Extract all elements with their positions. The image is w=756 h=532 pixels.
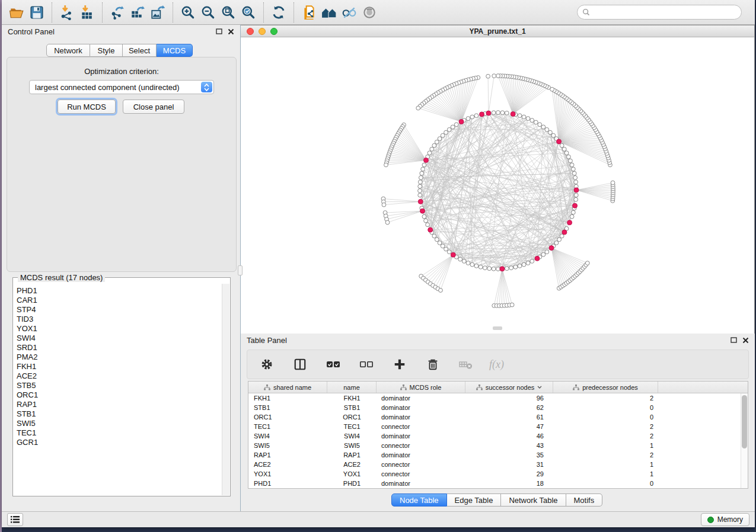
graph-node[interactable] [509, 266, 513, 270]
add-icon[interactable] [390, 355, 410, 373]
graph-node[interactable] [422, 214, 426, 219]
table-row[interactable]: PHD1PHD1dominator180 [248, 479, 748, 488]
zoom-out-icon[interactable] [198, 4, 218, 21]
memory-button[interactable]: Memory [701, 513, 749, 526]
mcds-result-item[interactable]: STB5 [17, 381, 222, 390]
tab-edge-table[interactable]: Edge Table [447, 493, 502, 507]
graph-node[interactable] [574, 197, 578, 201]
graph-node[interactable] [466, 261, 470, 265]
graph-node[interactable] [518, 264, 522, 268]
zoom-selected-icon[interactable] [238, 4, 259, 21]
graph-node[interactable] [420, 209, 425, 213]
table-row[interactable]: STB1STB1dominator620 [248, 403, 748, 412]
graph-node[interactable] [438, 137, 442, 141]
graph-node[interactable] [382, 203, 386, 207]
column-header-successor-nodes[interactable]: successor nodes [465, 382, 553, 393]
tab-mcds[interactable]: MCDS [157, 44, 193, 57]
graph-node[interactable] [545, 250, 549, 254]
graph-node[interactable] [418, 184, 422, 188]
graph-node[interactable] [438, 241, 442, 245]
gear-icon[interactable] [257, 355, 277, 373]
tab-node-table[interactable]: Node Table [391, 493, 447, 507]
table-row[interactable]: RAP1RAP1dominator352 [248, 450, 748, 460]
hide-details-icon[interactable] [339, 4, 359, 21]
graph-node[interactable] [570, 214, 574, 219]
graph-node[interactable] [439, 289, 443, 293]
graph-node[interactable] [422, 163, 426, 167]
graph-node[interactable] [560, 143, 564, 148]
graph-node[interactable] [541, 125, 546, 129]
graph-node[interactable] [496, 111, 500, 115]
graph-node[interactable] [444, 247, 448, 251]
mcds-result-item[interactable]: STB1 [17, 409, 222, 419]
graph-node[interactable] [416, 106, 420, 110]
export-network-icon[interactable] [107, 4, 127, 21]
graph-node[interactable] [470, 262, 474, 267]
graph-node[interactable] [447, 250, 451, 254]
minimize-window-icon[interactable] [259, 28, 266, 35]
graph-node[interactable] [479, 265, 483, 269]
graph-node[interactable] [611, 181, 615, 185]
mcds-result-item[interactable]: GCR1 [17, 438, 222, 447]
graph-node[interactable] [551, 133, 556, 137]
select-all-icon[interactable] [323, 355, 343, 373]
graph-node[interactable] [574, 180, 578, 184]
graph-node[interactable] [505, 267, 509, 271]
graph-node[interactable] [492, 267, 496, 271]
graph-node[interactable] [454, 123, 458, 127]
open-folder-icon[interactable] [7, 4, 27, 21]
graph-node[interactable] [430, 147, 434, 151]
mcds-result-item[interactable]: PMA2 [17, 352, 222, 362]
mcds-result-item[interactable]: PHD1 [17, 286, 222, 296]
graph-node[interactable] [574, 193, 578, 197]
mcds-result-item[interactable]: CAR1 [17, 296, 222, 305]
graph-node[interactable] [557, 238, 562, 242]
tab-network-table[interactable]: Network Table [501, 493, 566, 507]
graph-node[interactable] [384, 163, 388, 167]
maximize-window-icon[interactable] [270, 28, 277, 35]
float-panel-icon[interactable] [216, 28, 222, 35]
table-row[interactable]: ACE2ACE2connector311 [248, 460, 748, 469]
import-table-icon[interactable] [77, 4, 97, 21]
splitter-grip-icon[interactable] [493, 326, 502, 330]
mcds-result-item[interactable]: TID3 [17, 315, 222, 324]
graph-node[interactable] [441, 244, 445, 248]
graph-node[interactable] [518, 114, 522, 118]
mcds-list-scrollbar[interactable] [222, 284, 229, 495]
graph-node[interactable] [534, 120, 538, 124]
graph-node[interactable] [573, 203, 578, 208]
graph-node[interactable] [459, 119, 464, 124]
deselect-all-icon[interactable] [356, 355, 377, 373]
graph-node[interactable] [385, 220, 390, 225]
graph-node[interactable] [496, 74, 500, 78]
column-header-mcds-role[interactable]: MCDS role [377, 382, 465, 393]
graph-node[interactable] [500, 111, 505, 115]
export-table-icon[interactable] [127, 4, 148, 21]
column-header-name[interactable]: name [327, 382, 377, 393]
search-field[interactable] [593, 8, 736, 17]
graph-node[interactable] [500, 267, 505, 271]
graph-node[interactable] [541, 252, 546, 257]
graph-node[interactable] [418, 180, 422, 184]
graph-node[interactable] [557, 139, 562, 144]
run-mcds-button[interactable]: Run MCDS [58, 100, 116, 114]
graph-node[interactable] [451, 125, 455, 129]
tab-style[interactable]: Style [90, 44, 123, 57]
table-row[interactable]: YOX1YOX1connector291 [248, 469, 748, 479]
graph-node[interactable] [548, 130, 553, 134]
graph-node[interactable] [511, 111, 515, 116]
graph-node[interactable] [470, 115, 474, 119]
graph-node[interactable] [549, 246, 554, 251]
columns-icon[interactable] [290, 355, 310, 373]
tab-motifs[interactable]: Motifs [566, 493, 603, 507]
graph-node[interactable] [483, 266, 487, 270]
table-row[interactable]: SWI4SWI4dominator462 [248, 431, 748, 441]
panel-splitter-grip[interactable] [238, 265, 243, 275]
mcds-result-item[interactable]: STP4 [17, 305, 222, 315]
first-neighbors-icon[interactable] [319, 4, 339, 21]
graph-node[interactable] [510, 303, 514, 307]
graph-node[interactable] [526, 117, 530, 121]
graph-node[interactable] [505, 111, 509, 115]
graph-node[interactable] [447, 127, 451, 132]
close-panel-icon[interactable] [228, 28, 234, 35]
